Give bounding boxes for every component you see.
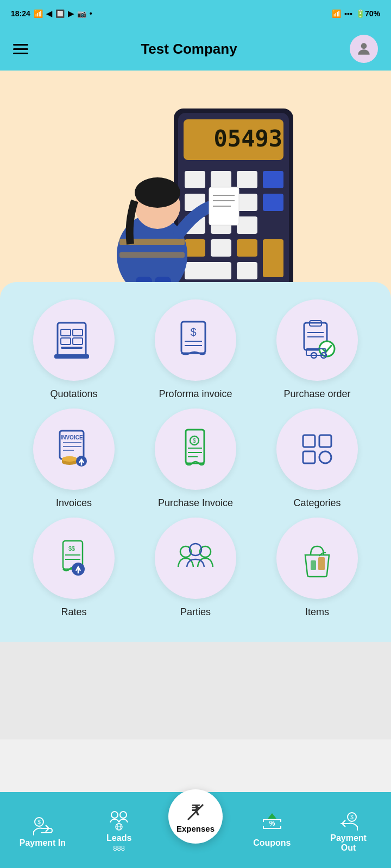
svg-point-0 <box>361 43 367 49</box>
bottom-navigation: $ Payment In Leads 888 <box>0 792 391 868</box>
signal-bars: ▪▪▪ <box>344 9 352 18</box>
grid-row-3: $$ Rates <box>13 518 378 618</box>
svg-text:$$: $$ <box>68 545 75 552</box>
rates-circle: $$ <box>33 518 115 599</box>
grid-item-purchase-invoice[interactable]: $ Purchase Invoice <box>144 409 247 509</box>
svg-rect-69 <box>319 435 331 447</box>
invoices-circle: INVOICE <box>33 409 115 490</box>
app-icon1: 🔲 <box>55 9 65 18</box>
signal-icon: 📶 <box>34 9 43 18</box>
grid-item-purchase-order[interactable]: Purchase order <box>266 299 369 400</box>
svg-point-71 <box>319 451 331 463</box>
svg-point-86 <box>120 812 127 818</box>
company-title: Test Company <box>141 41 237 58</box>
grid-section: Quotations $ Proforma invoice <box>0 282 391 642</box>
svg-rect-6 <box>211 171 231 188</box>
parties-label: Parties <box>180 607 211 618</box>
svg-marker-96 <box>268 813 276 819</box>
svg-rect-24 <box>119 252 185 258</box>
expenses-center-button[interactable]: ₹ Expenses <box>168 789 223 844</box>
proforma-label: Proforma invoice <box>159 388 232 400</box>
status-left: 18:24 📶 ◀ 🔲 ▶ 📷 • <box>11 9 92 18</box>
expenses-label: Expenses <box>176 824 215 833</box>
purchase-order-label: Purchase order <box>283 388 350 400</box>
purchase-invoice-circle: $ <box>155 409 236 490</box>
invoices-label: Invoices <box>56 497 92 509</box>
nav-item-payment-out[interactable]: $ PaymentOut <box>310 807 387 853</box>
items-label: Items <box>305 607 329 618</box>
time: 18:24 <box>11 9 30 18</box>
svg-text:05493: 05493 <box>214 125 282 152</box>
nav-coupons-label: Coupons <box>253 838 291 848</box>
proforma-circle: $ <box>155 299 236 381</box>
grid-item-rates[interactable]: $$ Rates <box>22 518 125 618</box>
menu-button[interactable] <box>13 44 28 54</box>
youtube-icon: ▶ <box>68 9 74 18</box>
nav-item-payment-in[interactable]: $ Payment In <box>4 812 81 848</box>
svg-rect-5 <box>185 171 205 188</box>
camera-icon: 📷 <box>77 9 86 18</box>
svg-rect-7 <box>237 171 257 188</box>
hero-illustration: 05493 <box>0 71 391 298</box>
svg-rect-19 <box>263 239 283 277</box>
svg-rect-62 <box>186 430 204 463</box>
categories-circle <box>276 409 358 490</box>
status-right: 📶 ▪▪▪ 🔋70% <box>332 9 380 18</box>
content-spacer <box>0 642 391 739</box>
nav-payment-in-label: Payment In <box>20 838 66 848</box>
rates-label: Rates <box>61 607 86 618</box>
svg-text:%: % <box>269 820 275 827</box>
svg-text:$: $ <box>38 819 41 825</box>
svg-rect-21 <box>237 262 257 279</box>
grid-item-invoices[interactable]: INVOICE Invoices <box>22 409 125 509</box>
svg-text:$: $ <box>193 438 196 444</box>
dot-icon: • <box>90 9 92 18</box>
purchase-invoice-label: Purchase Invoice <box>158 497 233 509</box>
nav-item-expenses[interactable]: ₹ Expenses <box>157 816 234 844</box>
svg-text:$: $ <box>350 814 354 820</box>
grid-row-1: Quotations $ Proforma invoice <box>13 299 378 400</box>
svg-text:$: $ <box>190 326 196 338</box>
nav-icon: ◀ <box>46 9 52 18</box>
quotations-label: Quotations <box>50 388 97 400</box>
purchase-order-circle <box>276 299 358 381</box>
svg-rect-36 <box>61 338 71 344</box>
battery-icon: 🔋70% <box>356 9 380 18</box>
svg-point-85 <box>111 812 118 818</box>
svg-rect-70 <box>303 451 315 463</box>
grid-item-quotations[interactable]: Quotations <box>22 299 125 400</box>
svg-rect-18 <box>237 239 257 257</box>
grid-item-proforma-invoice[interactable]: $ Proforma invoice <box>144 299 247 400</box>
svg-rect-34 <box>61 329 71 336</box>
nav-item-coupons[interactable]: % Coupons <box>234 812 310 848</box>
items-circle <box>276 518 358 599</box>
hero-banner: 05493 <box>0 71 391 298</box>
svg-rect-81 <box>311 560 316 570</box>
svg-rect-39 <box>54 354 89 359</box>
svg-rect-8 <box>263 171 283 188</box>
wifi-icon: 📶 <box>332 9 341 18</box>
svg-text:INVOICE: INVOICE <box>60 435 83 441</box>
svg-rect-33 <box>58 323 86 358</box>
grid-item-categories[interactable]: Categories <box>266 409 369 509</box>
svg-rect-16 <box>185 239 205 257</box>
svg-rect-17 <box>211 239 231 257</box>
svg-point-26 <box>135 177 180 208</box>
svg-rect-37 <box>73 338 83 344</box>
svg-rect-12 <box>263 194 283 211</box>
grid-item-parties[interactable]: Parties <box>144 518 247 618</box>
svg-rect-35 <box>73 329 83 336</box>
avatar[interactable] <box>350 35 378 63</box>
svg-rect-38 <box>61 347 83 349</box>
grid-row-2: INVOICE Invoices <box>13 409 378 509</box>
svg-rect-11 <box>237 194 257 211</box>
header: Test Company <box>0 27 391 71</box>
svg-rect-82 <box>318 557 325 570</box>
nav-payment-out-label: PaymentOut <box>330 833 367 853</box>
svg-rect-15 <box>237 216 257 234</box>
svg-rect-20 <box>185 262 231 279</box>
status-bar: 18:24 📶 ◀ 🔲 ▶ 📷 • 📶 ▪▪▪ 🔋70% <box>0 0 391 27</box>
quotations-circle <box>33 299 115 381</box>
grid-item-items[interactable]: Items <box>266 518 369 618</box>
nav-item-leads[interactable]: Leads 888 <box>81 807 157 853</box>
